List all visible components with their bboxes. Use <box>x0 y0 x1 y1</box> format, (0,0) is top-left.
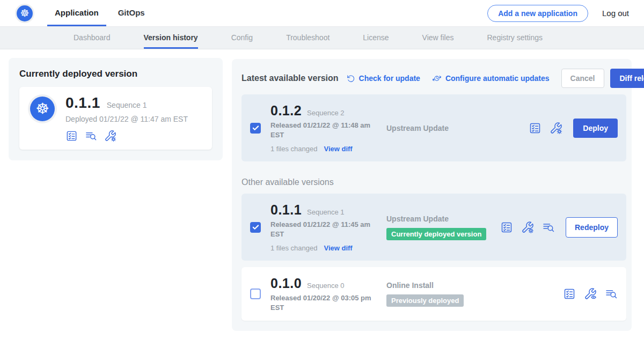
preflight-checklist-icon[interactable] <box>563 287 576 300</box>
app-logo: ☸ <box>15 4 34 23</box>
tab-application-label: Application <box>55 8 99 17</box>
redeploy-button[interactable]: Redeploy <box>566 217 618 238</box>
view-diff-link[interactable]: View diff <box>324 244 352 252</box>
subnav-item-dashboard[interactable]: Dashboard <box>74 27 111 49</box>
check-icon <box>252 223 260 231</box>
check-for-update-link[interactable]: Check for update <box>346 74 420 83</box>
version-number: 0.1.2 <box>270 103 302 119</box>
version-row-0-1-2: 0.1.2 Sequence 2 Released 01/21/22 @ 11:… <box>241 94 626 161</box>
topnav-spacer <box>157 0 487 26</box>
refresh-icon <box>346 74 355 83</box>
version-actions: Deploy <box>529 119 618 138</box>
sequence-label: Sequence 0 <box>307 282 344 290</box>
version-row-0-1-0: 0.1.0 Sequence 0 Released 01/20/22 @ 03:… <box>241 267 626 321</box>
configure-updates-link[interactable]: Configure automatic updates <box>432 73 550 83</box>
configure-updates-label: Configure automatic updates <box>445 74 550 83</box>
other-versions-title: Other available versions <box>241 178 626 187</box>
kubernetes-wheel-icon: ☸ <box>17 5 33 21</box>
check-for-update-label: Check for update <box>359 74 420 83</box>
version-actions <box>563 287 618 300</box>
source-label: Online Install <box>386 281 464 290</box>
subnav-item-license[interactable]: License <box>363 27 389 49</box>
version-history-panel: Latest available version Check for updat… <box>232 59 632 331</box>
view-logs-icon[interactable] <box>542 221 555 234</box>
cancel-button[interactable]: Cancel <box>561 69 604 88</box>
deployed-app-logo: ☸ <box>28 94 57 123</box>
subnav-item-config[interactable]: Config <box>231 27 253 49</box>
source-label: Upstream Update <box>386 215 486 223</box>
deploy-button[interactable]: Deploy <box>573 119 618 138</box>
previously-deployed-badge: Previously deployed <box>386 294 464 307</box>
version-info: 0.1.2 Sequence 2 Released 01/21/22 @ 11:… <box>270 103 384 153</box>
deployed-version-number: 0.1.1 <box>65 94 100 112</box>
config-wrench-icon[interactable] <box>104 130 116 142</box>
config-wrench-icon[interactable] <box>521 221 534 234</box>
version-source: Upstream Update Currently deployed versi… <box>386 215 486 240</box>
subnav-item-version-history[interactable]: Version history <box>144 27 198 49</box>
top-navigation: ☸ Application GitOps Add a new applicati… <box>0 0 644 27</box>
view-logs-icon[interactable] <box>85 130 97 142</box>
config-wrench-icon[interactable] <box>550 122 562 135</box>
add-application-button[interactable]: Add a new application <box>487 5 588 22</box>
deployed-version-details: 0.1.1 Sequence 1 Deployed 01/21/22 @ 11:… <box>65 94 188 142</box>
released-timestamp: Released 01/21/22 @ 11:48 am EST <box>270 121 378 139</box>
sequence-label: Sequence 2 <box>307 109 344 117</box>
version-info: 0.1.0 Sequence 0 Released 01/20/22 @ 03:… <box>270 276 384 312</box>
files-changed-label: 1 files changed <box>270 145 317 153</box>
version-source: Upstream Update <box>386 124 449 132</box>
tab-gitops[interactable]: GitOps <box>111 0 152 26</box>
source-label: Upstream Update <box>386 124 449 132</box>
clock-refresh-icon <box>432 73 442 83</box>
currently-deployed-badge: Currently deployed version <box>386 228 486 240</box>
deployed-sequence-label: Sequence 1 <box>107 101 147 109</box>
panel-header: Latest available version Check for updat… <box>241 69 626 88</box>
subnav-item-view-files[interactable]: View files <box>422 27 454 49</box>
version-checkbox[interactable] <box>250 289 261 299</box>
tab-gitops-label: GitOps <box>118 8 145 17</box>
version-actions: Redeploy <box>500 217 618 238</box>
currently-deployed-title: Currently deployed version <box>19 69 212 79</box>
subnav-item-registry-settings[interactable]: Registry settings <box>487 27 542 49</box>
version-checkbox[interactable] <box>250 222 261 233</box>
view-config-icon[interactable] <box>584 287 597 300</box>
preflight-checklist-icon[interactable] <box>65 130 78 142</box>
released-timestamp: Released 01/20/22 @ 03:05 pm EST <box>270 293 378 312</box>
view-diff-link[interactable]: View diff <box>324 145 352 153</box>
main-content: Currently deployed version ☸ 0.1.1 Seque… <box>0 49 644 339</box>
version-source: Online Install Previously deployed <box>386 281 464 307</box>
sequence-label: Sequence 1 <box>307 208 344 216</box>
preflight-checklist-icon[interactable] <box>529 122 541 135</box>
deployed-version-card: ☸ 0.1.1 Sequence 1 Deployed 01/21/22 @ 1… <box>19 87 212 150</box>
view-logs-icon[interactable] <box>605 287 618 300</box>
logout-link[interactable]: Log out <box>602 9 629 18</box>
version-number: 0.1.1 <box>270 202 302 218</box>
app-tabs: Application GitOps <box>47 0 157 26</box>
tab-application[interactable]: Application <box>47 0 106 26</box>
version-row-0-1-1: 0.1.1 Sequence 1 Released 01/21/22 @ 11:… <box>241 194 626 261</box>
currently-deployed-card: Currently deployed version ☸ 0.1.1 Seque… <box>9 58 223 160</box>
version-number: 0.1.0 <box>270 276 302 291</box>
diff-releases-button[interactable]: Diff releases <box>610 69 644 88</box>
latest-available-title: Latest available version <box>241 73 339 83</box>
app-subnav: Dashboard Version history Config Trouble… <box>0 27 644 49</box>
subnav-item-troubleshoot[interactable]: Troubleshoot <box>286 27 330 49</box>
version-checkbox[interactable] <box>250 123 261 134</box>
check-icon <box>252 124 260 132</box>
preflight-checklist-icon[interactable] <box>500 221 513 234</box>
version-info: 0.1.1 Sequence 1 Released 01/21/22 @ 11:… <box>270 202 384 252</box>
kubernetes-wheel-icon: ☸ <box>30 97 55 121</box>
files-changed-label: 1 files changed <box>270 244 317 252</box>
deployed-timestamp: Deployed 01/21/22 @ 11:47 am EST <box>65 115 188 123</box>
released-timestamp: Released 01/21/22 @ 11:45 am EST <box>270 220 378 239</box>
